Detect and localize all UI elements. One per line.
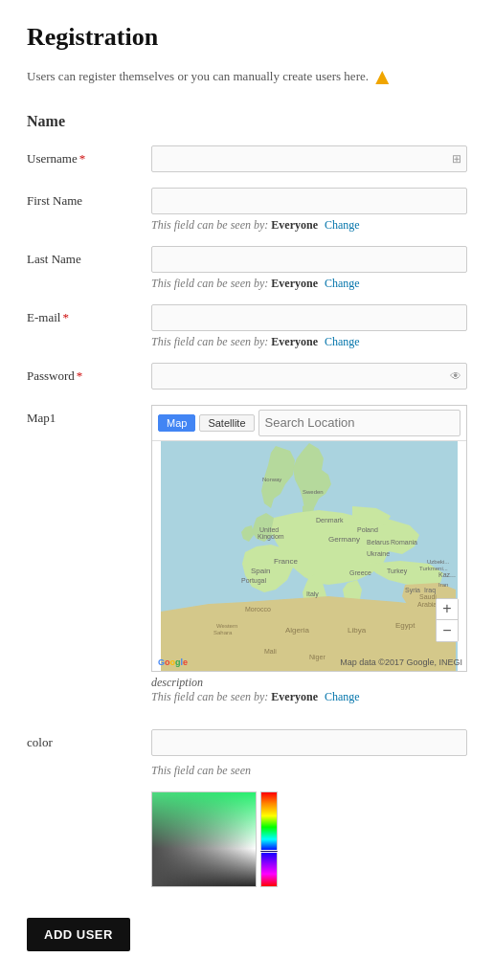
password-required: * bbox=[77, 368, 83, 383]
zoom-out-button[interactable]: − bbox=[437, 620, 458, 641]
last-name-change-link[interactable]: Change bbox=[325, 277, 360, 290]
username-row: Username* ⊞ bbox=[27, 145, 467, 172]
svg-text:Morocco: Morocco bbox=[245, 606, 271, 612]
svg-text:Mali: Mali bbox=[264, 648, 277, 655]
map-view-button[interactable]: Map bbox=[158, 414, 195, 432]
color-spectrum[interactable] bbox=[260, 791, 278, 887]
last-name-input-wrap bbox=[151, 246, 467, 273]
map-toolbar: Map Satellite bbox=[152, 406, 466, 441]
svg-text:Spain: Spain bbox=[251, 567, 270, 575]
map-visual[interactable]: Algeria Libya Egypt Saudi Arabia United … bbox=[152, 441, 466, 671]
first-name-input-wrap bbox=[151, 188, 467, 214]
svg-text:Norway: Norway bbox=[262, 477, 281, 482]
svg-text:Western: Western bbox=[216, 623, 237, 629]
page-description: Users can register themselves or you can… bbox=[27, 67, 467, 86]
form-actions: ADD USER bbox=[27, 902, 467, 951]
satellite-view-button[interactable]: Satellite bbox=[199, 414, 254, 432]
warning-icon bbox=[375, 71, 389, 84]
svg-text:Germany: Germany bbox=[328, 535, 360, 544]
username-required: * bbox=[79, 151, 86, 166]
svg-text:Turkey: Turkey bbox=[387, 568, 408, 575]
map-container[interactable]: Map Satellite bbox=[151, 405, 467, 672]
map-change-link[interactable]: Change bbox=[325, 690, 360, 703]
color-gradient-area[interactable] bbox=[151, 791, 257, 887]
svg-text:Italy: Italy bbox=[306, 590, 319, 598]
svg-text:Iran: Iran bbox=[438, 582, 448, 588]
username-input[interactable] bbox=[151, 145, 467, 172]
svg-text:Poland: Poland bbox=[357, 526, 378, 533]
svg-text:Kaz...: Kaz... bbox=[438, 571, 456, 578]
email-label: E-mail* bbox=[27, 304, 151, 325]
svg-text:Uzbeki...: Uzbeki... bbox=[427, 559, 450, 565]
last-name-visibility: This field can be seen by: Everyone Chan… bbox=[151, 277, 467, 291]
first-name-input[interactable] bbox=[151, 188, 467, 214]
first-name-row: First Name bbox=[27, 188, 467, 214]
svg-text:Syria: Syria bbox=[405, 587, 420, 594]
add-user-button[interactable]: ADD USER bbox=[27, 918, 130, 951]
username-label: Username* bbox=[27, 145, 151, 167]
first-name-label: First Name bbox=[27, 188, 151, 209]
password-input[interactable] bbox=[151, 363, 467, 390]
map-search-input[interactable] bbox=[258, 410, 460, 436]
section-name: Name bbox=[27, 113, 467, 130]
svg-text:France: France bbox=[274, 557, 298, 566]
spectrum-handle bbox=[259, 850, 279, 853]
password-toggle-icon[interactable]: 👁 bbox=[450, 368, 461, 383]
last-name-input[interactable] bbox=[151, 246, 467, 273]
color-text-input[interactable] bbox=[151, 729, 467, 756]
email-input[interactable] bbox=[151, 304, 467, 331]
username-icon: ⊞ bbox=[452, 151, 461, 166]
svg-text:Belarus: Belarus bbox=[367, 539, 390, 546]
email-input-wrap bbox=[151, 304, 467, 331]
svg-text:Greece: Greece bbox=[349, 569, 371, 576]
map-row: Map1 Map Satellite bbox=[27, 405, 467, 672]
svg-text:Niger: Niger bbox=[309, 654, 326, 661]
svg-text:Kingdom: Kingdom bbox=[258, 533, 284, 541]
google-logo: Google bbox=[158, 657, 188, 667]
svg-text:Sweden: Sweden bbox=[303, 489, 324, 495]
email-row: E-mail* bbox=[27, 304, 467, 331]
svg-text:United: United bbox=[259, 526, 279, 533]
map-zoom-controls[interactable]: + − bbox=[436, 598, 459, 642]
svg-text:Denmark: Denmark bbox=[316, 517, 344, 523]
email-visibility: This field can be seen by: Everyone Chan… bbox=[151, 335, 467, 349]
svg-text:Arabia: Arabia bbox=[417, 601, 437, 608]
first-name-change-link[interactable]: Change bbox=[325, 218, 360, 232]
username-input-wrap: ⊞ bbox=[151, 145, 467, 172]
svg-text:Ukraine: Ukraine bbox=[367, 550, 390, 557]
color-row: color bbox=[27, 729, 467, 760]
zoom-in-button[interactable]: + bbox=[437, 599, 458, 620]
email-required: * bbox=[62, 310, 69, 324]
map-description: description bbox=[151, 676, 467, 690]
color-picker[interactable] bbox=[151, 791, 285, 887]
first-name-visibility: This field can be seen by: Everyone Chan… bbox=[151, 218, 467, 233]
svg-text:Egypt: Egypt bbox=[395, 621, 415, 630]
color-visibility: This field can be seen bbox=[151, 764, 467, 778]
color-label: color bbox=[27, 729, 151, 750]
svg-text:Iraq: Iraq bbox=[424, 587, 436, 594]
password-input-wrap: 👁 bbox=[151, 363, 467, 390]
svg-text:Turkmeni...: Turkmeni... bbox=[419, 566, 448, 571]
color-input-wrap bbox=[151, 729, 467, 760]
svg-text:Romania: Romania bbox=[391, 539, 417, 546]
page-title: Registration bbox=[27, 23, 467, 52]
map-terms[interactable]: Map data ©2017 Google, INEGI bbox=[340, 657, 462, 667]
svg-text:Algeria: Algeria bbox=[285, 626, 309, 635]
svg-text:Saudi: Saudi bbox=[419, 593, 437, 600]
map-visibility: This field can be seen by: Everyone Chan… bbox=[151, 690, 467, 704]
map-svg: Algeria Libya Egypt Saudi Arabia United … bbox=[152, 441, 466, 671]
last-name-label: Last Name bbox=[27, 246, 151, 267]
map-label: Map1 bbox=[27, 405, 151, 426]
password-row: Password* 👁 bbox=[27, 363, 467, 390]
svg-text:Portugal: Portugal bbox=[241, 577, 267, 585]
svg-text:Sahara: Sahara bbox=[213, 630, 233, 635]
svg-text:Libya: Libya bbox=[348, 626, 367, 635]
last-name-row: Last Name bbox=[27, 246, 467, 273]
password-label: Password* bbox=[27, 363, 151, 384]
email-change-link[interactable]: Change bbox=[325, 335, 360, 348]
